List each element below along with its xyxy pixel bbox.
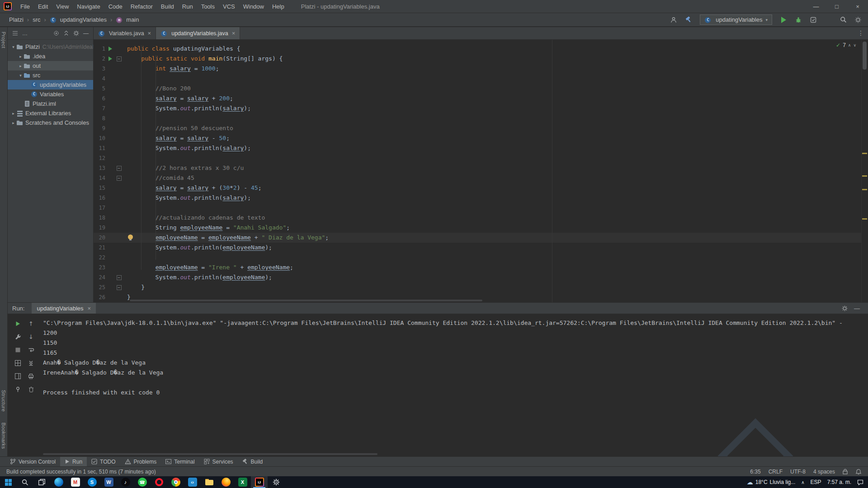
tool-window-button-project[interactable]: Project — [1, 32, 6, 48]
soft-wrap-icon[interactable] — [28, 347, 34, 353]
run-line-icon[interactable] — [105, 44, 115, 54]
fold-marker-icon[interactable]: − — [115, 163, 123, 173]
language-indicator[interactable]: ESP — [811, 479, 821, 485]
taskbar-edge[interactable] — [50, 476, 67, 488]
taskbar-opera[interactable] — [151, 476, 167, 488]
tree-item-external-libraries[interactable]: ▸External Libraries — [8, 108, 93, 118]
tree-item-src[interactable]: ▾src — [8, 70, 93, 80]
down-icon[interactable]: ↓ — [28, 333, 33, 340]
editor-tab-updatingvariables-java[interactable]: updatingVariables.java× — [156, 27, 240, 39]
breadcrumb-item-src[interactable]: src — [31, 15, 42, 24]
tree-item-platzi-iml[interactable]: Platzi.iml — [8, 99, 93, 108]
menu-navigate[interactable]: Navigate — [73, 0, 104, 13]
print-icon[interactable] — [28, 373, 34, 379]
run-with-coverage-icon[interactable] — [808, 14, 819, 25]
menu-help[interactable]: Help — [268, 0, 288, 13]
code-line-14[interactable]: 14− //comida 45 — [94, 173, 861, 183]
code-line-20[interactable]: 20 employeeName = employeeName + " Diaz … — [94, 233, 861, 243]
code-line-12[interactable]: 12 — [94, 153, 861, 163]
menu-refactor[interactable]: Refactor — [127, 0, 157, 13]
tool-window-button-services[interactable]: Services — [199, 457, 238, 466]
minimize-button[interactable]: — — [806, 0, 826, 13]
fold-marker-icon[interactable]: − — [115, 173, 123, 183]
hide-panel-icon[interactable]: — — [81, 29, 90, 38]
run-button[interactable] — [778, 14, 789, 25]
indent-indicator[interactable]: 4 spaces — [813, 469, 835, 475]
taskbar-skype[interactable]: S — [84, 476, 100, 488]
tool-window-button-build[interactable]: Build — [238, 457, 268, 466]
menu-vcs[interactable]: VCS — [219, 0, 239, 13]
tool-window-button-bookmarks[interactable]: Bookmarks — [1, 422, 6, 449]
breadcrumb-item-platzi[interactable]: Platzi — [7, 15, 25, 24]
inspections-widget[interactable]: ✓ 7 ∧ ∨ — [836, 42, 856, 48]
taskbar-firefox[interactable] — [217, 476, 234, 488]
menu-build[interactable]: Build — [157, 0, 178, 13]
run-line-icon[interactable] — [105, 54, 115, 64]
build-hammer-icon[interactable] — [683, 14, 694, 25]
pin-icon[interactable] — [15, 386, 21, 392]
rerun-icon[interactable] — [15, 321, 21, 327]
taskbar-intellij-idea[interactable]: IJ — [251, 476, 268, 488]
chevron-right-icon[interactable]: ▸ — [18, 54, 24, 59]
tool-window-button-todo[interactable]: TODO — [87, 457, 120, 466]
intention-bulb-icon[interactable] — [128, 235, 133, 239]
clear-icon[interactable] — [28, 386, 34, 392]
search-everywhere-icon[interactable] — [838, 14, 849, 25]
taskbar-vscode[interactable]: ‹› — [184, 476, 201, 488]
taskbar-word[interactable]: W — [100, 476, 117, 488]
line-ending-indicator[interactable]: CRLF — [769, 469, 783, 475]
code-line-13[interactable]: 13− //2 horas extras x 30 c/u — [94, 163, 861, 173]
tool-window-button-run[interactable]: Run — [60, 457, 87, 466]
encoding-indicator[interactable]: UTF-8 — [790, 469, 806, 475]
menu-view[interactable]: View — [52, 0, 73, 13]
layout-icon[interactable] — [15, 373, 21, 379]
hide-run-panel-icon[interactable]: — — [854, 305, 860, 312]
taskbar-gmail[interactable]: M — [67, 476, 84, 488]
taskbar-explorer[interactable] — [201, 476, 217, 488]
code-line-24[interactable]: 24− System.out.println(employeeName); — [94, 272, 861, 282]
breadcrumb-item-main[interactable]: main — [114, 15, 141, 24]
fold-marker-icon[interactable]: − — [115, 282, 123, 292]
code-line-18[interactable]: 18 //actualizando cadenas de texto — [94, 213, 861, 223]
code-line-22[interactable]: 22 — [94, 253, 861, 263]
taskbar-excel[interactable]: X — [234, 476, 251, 488]
code-line-9[interactable]: 9 //pension 50 descuento — [94, 123, 861, 133]
code-line-16[interactable]: 16 System.out.println(salary); — [94, 193, 861, 203]
taskbar-start[interactable] — [0, 476, 17, 488]
code-line-1[interactable]: 1public class updatingVariables { — [94, 44, 861, 54]
next-problem-icon[interactable]: ∨ — [853, 43, 856, 47]
run-settings-gear-icon[interactable] — [842, 305, 848, 311]
taskbar-tiktok[interactable]: ♪ — [117, 476, 134, 488]
tree-item-platzi[interactable]: ▾PlatziC:\Users\Admin\IdeaProj... — [8, 42, 93, 52]
code-line-23[interactable]: 23 employeeName = "Irene " + employeeNam… — [94, 263, 861, 272]
menu-edit[interactable]: Edit — [34, 0, 52, 13]
menu-tools[interactable]: Tools — [197, 0, 219, 13]
tabs-more-icon[interactable]: ⋮ — [858, 29, 864, 37]
taskbar-chrome[interactable] — [167, 476, 184, 488]
chevron-right-icon[interactable]: ▸ — [10, 111, 16, 116]
code-line-5[interactable]: 5 //Bono 200 — [94, 84, 861, 94]
taskbar-settings[interactable] — [268, 476, 284, 488]
panel-settings-gear-icon[interactable] — [71, 29, 80, 38]
console-hscrollbar[interactable] — [43, 453, 377, 455]
code-line-17[interactable]: 17 — [94, 203, 861, 213]
menu-window[interactable]: Window — [239, 0, 268, 13]
code-line-21[interactable]: 21 System.out.println(employeeName); — [94, 243, 861, 253]
fold-marker-icon[interactable]: − — [115, 54, 123, 64]
close-tab-icon[interactable]: × — [232, 30, 236, 37]
settings-gear-icon[interactable] — [853, 14, 863, 25]
chevron-down-icon[interactable]: ▾ — [18, 73, 24, 78]
prev-problem-icon[interactable]: ∧ — [848, 43, 851, 47]
stripe-mark[interactable] — [862, 189, 867, 190]
code-line-7[interactable]: 7 System.out.println(salary); — [94, 103, 861, 113]
code-line-8[interactable]: 8 — [94, 113, 861, 123]
code-with-me-icon[interactable] — [668, 14, 679, 25]
code-line-10[interactable]: 10 salary = salary - 50; — [94, 133, 861, 143]
code-line-11[interactable]: 11 System.out.println(salary); — [94, 143, 861, 153]
tree-item-updatingvariables[interactable]: updatingVariables — [8, 80, 93, 89]
code-line-3[interactable]: 3 int salary = 1000; — [94, 64, 861, 74]
project-view-icon[interactable] — [10, 29, 19, 38]
scroll-end-icon[interactable] — [28, 360, 34, 366]
code-line-2[interactable]: 2− public static void main(String[] args… — [94, 54, 861, 64]
tree-item-idea[interactable]: ▸.idea — [8, 52, 93, 61]
